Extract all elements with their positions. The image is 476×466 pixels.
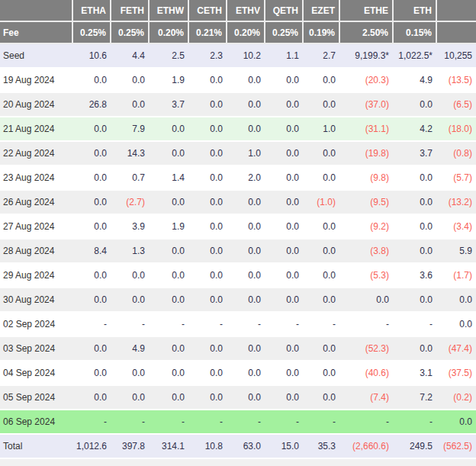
cell-value: 0.0	[303, 141, 339, 166]
cell-value: 0.0	[149, 239, 188, 263]
cell-value: 0.0	[188, 336, 227, 361]
cell-value: 0.0	[265, 68, 303, 92]
row-label: Seed	[0, 43, 72, 68]
cell-value: (13.5)	[436, 68, 476, 92]
cell-value: (5.3)	[339, 263, 393, 288]
cell-value: 0.0	[393, 336, 436, 361]
cell-value: 0.0	[188, 263, 227, 288]
cell-value: (2,660.6)	[339, 434, 393, 458]
cell-value: 0.0	[72, 68, 111, 92]
table-row: Total1,012.6397.8314.110.863.015.035.3(2…	[0, 434, 476, 458]
cell-value: (31.1)	[339, 117, 393, 141]
table-row: Seed10.64.42.52.310.21.12.79,199.3*1,022…	[0, 43, 476, 68]
cell-value: -	[188, 410, 227, 434]
fee-value: 0.20%	[227, 21, 265, 43]
cell-value: 0.0	[303, 214, 339, 239]
cell-value: 0.0	[339, 288, 393, 312]
table-row: 29 Aug 20240.00.00.00.00.00.00.0(5.3)3.6…	[0, 263, 476, 288]
cell-value: 10,255	[436, 43, 476, 68]
fee-value: 0.25%	[265, 21, 303, 43]
fee-value: 2.50%	[339, 21, 393, 43]
cell-value: 3.6	[393, 263, 436, 288]
cell-value: 0.0	[393, 288, 436, 312]
ticker-header-row: ETHAFETHETHWCETHETHVQETHEZETETHEETH	[0, 0, 476, 21]
cell-value: 3.9	[111, 214, 149, 239]
cell-value: 4.9	[111, 336, 149, 361]
column-header-ezet: EZET	[303, 0, 339, 21]
table-row: 28 Aug 20248.41.30.00.00.00.00.0(3.8)0.0…	[0, 239, 476, 263]
table-row: 23 Aug 20240.00.71.40.02.00.00.0(9.8)0.0…	[0, 166, 476, 190]
cell-value: 0.0	[303, 166, 339, 190]
cell-value: -	[339, 410, 393, 434]
table-row: 21 Aug 20240.07.90.00.00.00.01.0(31.1)4.…	[0, 117, 476, 141]
row-label: 26 Aug 2024	[0, 190, 72, 214]
cell-value: 0.0	[303, 336, 339, 361]
cell-value: 0.0	[72, 141, 111, 166]
cell-value: (52.3)	[339, 336, 393, 361]
cell-value: 10.6	[72, 43, 111, 68]
cell-value: 0.0	[265, 92, 303, 117]
cell-value: 1.9	[149, 68, 188, 92]
row-label: 03 Sep 2024	[0, 336, 72, 361]
cell-value: 0.0	[265, 336, 303, 361]
fee-row-label: Fee	[0, 21, 72, 43]
column-header-empty	[436, 0, 476, 21]
cell-value: (18.0)	[436, 117, 476, 141]
cell-value: -	[72, 312, 111, 336]
table-row: 03 Sep 20240.04.90.00.00.00.00.0(52.3)0.…	[0, 336, 476, 361]
cell-value: 0.0	[303, 92, 339, 117]
row-label: 21 Aug 2024	[0, 117, 72, 141]
cell-value: 26.8	[72, 92, 111, 117]
cell-value: 0.0	[72, 190, 111, 214]
etf-flow-table-page: ETHAFETHETHWCETHETHVQETHEZETETHEETH Fee0…	[0, 0, 476, 466]
cell-value: 0.0	[72, 288, 111, 312]
cell-value: 4.2	[393, 117, 436, 141]
cell-value: 249.5	[393, 434, 436, 458]
fee-value: 0.20%	[149, 21, 188, 43]
cell-value: 0.0	[227, 117, 265, 141]
cell-value: (9.2)	[339, 214, 393, 239]
fee-value: 0.19%	[303, 21, 339, 43]
cell-value: 2.7	[303, 43, 339, 68]
cell-value: (0.8)	[436, 141, 476, 166]
cell-value: -	[265, 410, 303, 434]
cell-value: 1,022.5*	[393, 43, 436, 68]
cell-value: 1.9	[149, 214, 188, 239]
table-row: 30 Aug 20240.00.00.00.00.00.00.00.00.00.…	[0, 288, 476, 312]
cell-value: 0.0	[227, 190, 265, 214]
table-row: 20 Aug 202426.80.03.70.00.00.00.0(37.0)0…	[0, 92, 476, 117]
cell-value: 0.0	[303, 263, 339, 288]
cell-value: -	[111, 410, 149, 434]
row-label: 02 Sep 2024	[0, 312, 72, 336]
cell-value: (6.5)	[436, 92, 476, 117]
cell-value: 0.0	[111, 263, 149, 288]
fee-row: Fee0.25%0.25%0.20%0.21%0.20%0.25%0.19%2.…	[0, 21, 476, 43]
cell-value: 0.0	[393, 166, 436, 190]
cell-value: 0.0	[149, 288, 188, 312]
cell-value: 0.0	[149, 117, 188, 141]
cell-value: (9.5)	[339, 190, 393, 214]
cell-value: 0.0	[303, 239, 339, 263]
cell-value: 0.0	[393, 92, 436, 117]
cell-value: 0.0	[303, 385, 339, 410]
column-header-empty	[0, 0, 72, 21]
cell-value: (47.4)	[436, 336, 476, 361]
cell-value: 1.4	[149, 166, 188, 190]
cell-value: (3.8)	[339, 239, 393, 263]
cell-value: 0.0	[188, 190, 227, 214]
cell-value: 10.8	[188, 434, 227, 458]
cell-value: (40.6)	[339, 361, 393, 385]
cell-value: 0.0	[188, 117, 227, 141]
column-header-ethw: ETHW	[149, 0, 188, 21]
cell-value: 0.0	[265, 263, 303, 288]
table-row: 04 Sep 20240.00.00.00.00.00.00.0(40.6)3.…	[0, 361, 476, 385]
cell-value: 0.0	[111, 68, 149, 92]
fee-value: 0.25%	[111, 21, 149, 43]
cell-value: (1.7)	[436, 263, 476, 288]
cell-value: 0.0	[149, 190, 188, 214]
cell-value: 2.3	[188, 43, 227, 68]
cell-value: -	[149, 410, 188, 434]
cell-value: (37.5)	[436, 361, 476, 385]
column-header-ethe: ETHE	[339, 0, 393, 21]
row-label: 04 Sep 2024	[0, 361, 72, 385]
